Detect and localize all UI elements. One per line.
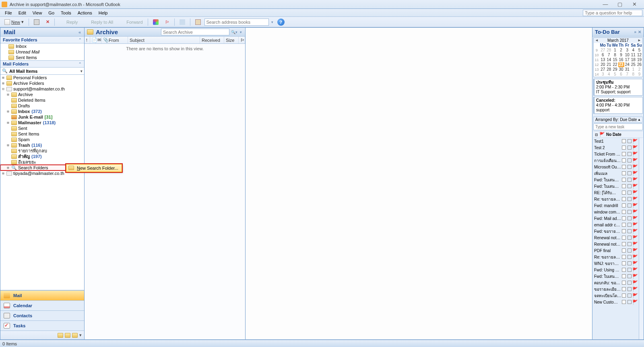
expand-icon[interactable]: ⊟ <box>1 87 5 91</box>
flag-icon[interactable]: 🚩 <box>632 203 637 208</box>
column-headers[interactable]: ! 📄 ✉ 📎 From Subject Received Size 🏳 <box>85 37 245 44</box>
folder-inbox[interactable]: ⊞Inbox(372) <box>0 109 84 114</box>
task-complete-checkbox[interactable] <box>627 171 632 175</box>
category-icon[interactable] <box>622 210 626 214</box>
cal-day[interactable]: 19 <box>636 57 642 62</box>
folder-archive-folders[interactable]: ⊞Archive Folders <box>0 80 84 86</box>
cal-day[interactable]: 30 <box>618 67 624 72</box>
category-icon[interactable] <box>622 171 626 175</box>
flag-icon[interactable]: 🚩 <box>632 197 637 202</box>
task-item[interactable]: Microsoft Outlo...🚩 <box>593 164 638 170</box>
folder-archive[interactable]: ⊞Archive <box>0 92 84 97</box>
folder--[interactable]: สำคัญ(197) <box>0 154 84 159</box>
cal-day[interactable]: 28 <box>606 67 612 72</box>
cal-day[interactable]: 5 <box>636 48 642 53</box>
reply-button[interactable]: Reply <box>57 18 80 26</box>
flag-icon[interactable]: 🚩 <box>632 287 637 292</box>
followup-button[interactable]: 🏳 <box>162 18 172 26</box>
next-month-icon[interactable]: ► <box>638 38 641 42</box>
cal-day[interactable]: 1 <box>630 67 636 72</box>
folder-list-icon[interactable] <box>65 333 70 338</box>
expand-icon[interactable]: ⊞ <box>6 109 10 113</box>
task-item[interactable]: จดทะเบียนโดเมน...🚩 <box>593 292 638 299</box>
cal-day[interactable]: 11 <box>630 53 636 57</box>
cal-day[interactable]: 15 <box>612 57 618 62</box>
cal-day[interactable]: 17 <box>624 57 630 62</box>
task-complete-checkbox[interactable] <box>627 268 632 272</box>
expand-icon[interactable]: ⊞ <box>1 76 5 80</box>
minimize-button[interactable]: — <box>600 1 611 8</box>
flag-icon[interactable]: 🚩 <box>632 222 637 228</box>
flag-icon[interactable]: 🚩 <box>632 177 637 183</box>
flag-icon[interactable]: 🚩 <box>632 145 637 150</box>
flag-icon[interactable]: 🚩 <box>632 242 637 247</box>
task-item[interactable]: ขอรายละเอียดสำห...🚩 <box>593 286 638 292</box>
task-arrange-header[interactable]: Arranged By: Due Date▲ <box>593 117 643 123</box>
task-complete-checkbox[interactable] <box>627 261 632 265</box>
flag-icon[interactable]: 🚩 <box>632 152 637 157</box>
task-item[interactable]: Fwd: ขอรายละเอี...🚩 <box>593 228 638 234</box>
cal-day[interactable]: 3 <box>600 72 606 77</box>
category-icon[interactable] <box>622 203 626 207</box>
task-item[interactable]: email addr check🚩 <box>593 222 638 228</box>
category-icon[interactable] <box>622 268 626 272</box>
cal-day[interactable]: 8 <box>612 53 618 57</box>
task-group-header[interactable]: ⊟🚩No Date <box>593 131 643 138</box>
flag-icon[interactable]: 🚩 <box>632 158 637 163</box>
menu-tools[interactable]: Tools <box>58 9 74 17</box>
category-icon[interactable] <box>622 191 626 195</box>
task-item[interactable]: การแจ้งเตือนเกี่ยวก...🚩 <box>593 157 638 164</box>
cal-day[interactable]: 12 <box>636 53 642 57</box>
flag-icon[interactable]: 🚩 <box>632 216 637 221</box>
task-item[interactable]: Test 2🚩 <box>593 144 638 151</box>
collapse-todo-icon[interactable]: » <box>634 30 636 34</box>
expand-icon[interactable]: ⊞ <box>1 81 5 85</box>
flag-icon[interactable]: 🚩 <box>632 274 637 279</box>
cal-day[interactable]: 25 <box>630 62 636 67</box>
cal-day[interactable]: 1 <box>612 48 618 53</box>
category-icon[interactable] <box>622 287 626 291</box>
task-complete-checkbox[interactable] <box>627 255 632 259</box>
mail-folders-header[interactable]: Mail Folders⌃ <box>0 61 84 68</box>
category-icon[interactable] <box>622 236 626 240</box>
flag-icon[interactable]: 🚩 <box>632 139 637 144</box>
flag-icon[interactable]: 🚩 <box>632 300 637 305</box>
flag-icon[interactable]: 🚩 <box>632 209 637 215</box>
task-item[interactable]: Fwd: ใบเสนอราค...🚩 <box>593 183 638 189</box>
task-item[interactable]: Fwd: Using Tips ...🚩 <box>593 267 638 273</box>
cal-day[interactable]: 23 <box>618 62 624 67</box>
cal-day[interactable]: 14 <box>606 57 612 62</box>
send-receive-button[interactable] <box>177 18 188 26</box>
flag-icon[interactable]: 🚩 <box>632 164 637 170</box>
task-item[interactable]: Renewal notifica...🚩 <box>593 241 638 247</box>
reply-all-button[interactable]: Reply to All <box>81 18 116 26</box>
category-icon[interactable] <box>622 281 626 285</box>
task-item[interactable]: RE: [ได้รับคำร้องข...🚩 <box>593 189 638 196</box>
task-item[interactable]: window comma...🚩 <box>593 209 638 215</box>
folder-sent-items[interactable]: Sent Items <box>0 131 84 137</box>
category-icon[interactable] <box>622 184 626 188</box>
cal-day[interactable]: 7 <box>624 72 630 77</box>
task-scrollbar[interactable] <box>639 138 644 339</box>
task-complete-checkbox[interactable] <box>627 191 632 195</box>
cal-day[interactable]: 28 <box>606 48 612 53</box>
task-complete-checkbox[interactable] <box>627 146 632 150</box>
date-navigator[interactable]: ◄March 2017► MoTuWeThFrSaSu9272812345106… <box>593 37 643 77</box>
expand-icon[interactable]: ⊞ <box>1 171 5 175</box>
task-complete-checkbox[interactable] <box>627 281 632 285</box>
task-item[interactable]: Fwd: Mail admin🚩 <box>593 215 638 222</box>
task-complete-checkbox[interactable] <box>627 294 632 298</box>
cal-day[interactable]: 10 <box>624 53 630 57</box>
cal-day[interactable]: 6 <box>618 72 624 77</box>
task-complete-checkbox[interactable] <box>627 203 632 207</box>
cal-day[interactable]: 9 <box>636 72 642 77</box>
task-complete-checkbox[interactable] <box>627 216 632 220</box>
flag-icon[interactable]: 🚩 <box>632 171 637 176</box>
task-complete-checkbox[interactable] <box>627 210 632 214</box>
cal-day[interactable]: 24 <box>624 62 630 67</box>
task-complete-checkbox[interactable] <box>627 236 632 240</box>
task-complete-checkbox[interactable] <box>627 197 632 201</box>
fav-sent[interactable]: Sent Items <box>0 55 84 60</box>
forward-button[interactable]: Forward <box>117 18 145 26</box>
nav-mail[interactable]: Mail <box>0 290 84 300</box>
